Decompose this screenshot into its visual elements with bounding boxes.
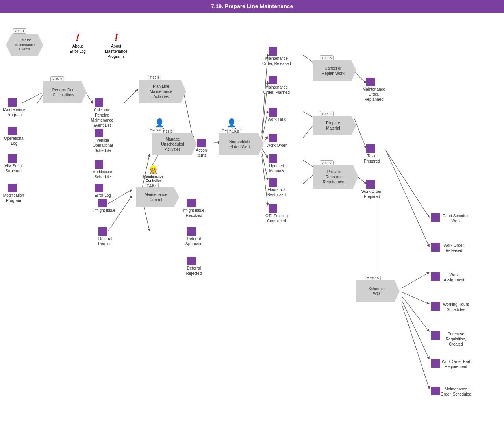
purchase-req-label: Purchase Requisition, Created (440, 331, 472, 347)
inflight-resolved-obj[interactable] (187, 199, 196, 207)
task-prepared-label: Task, Prepared (359, 154, 385, 164)
about-maint-programs-group: ! About Maintenance Programs (100, 31, 132, 59)
deferral-rejected-label: Deferral Rejected (181, 266, 207, 276)
person-icon-1: 👤 (148, 118, 171, 128)
work-order-part-obj[interactable] (431, 359, 440, 368)
bdr-node[interactable]: BDR for Maintenance Events (6, 34, 43, 56)
version-badge-prep-res: 7.19.7 (320, 160, 334, 166)
work-assignment-obj[interactable] (431, 272, 440, 281)
otj-training-obj[interactable] (269, 204, 277, 213)
maint-order-planned-obj[interactable] (269, 76, 277, 84)
exclaim-error-icon: ! (64, 31, 91, 44)
manage-unscheduled[interactable]: Manage Unscheduled Activities (152, 133, 197, 155)
svg-line-28 (402, 296, 429, 331)
purchase-req-obj[interactable] (431, 331, 440, 340)
maintenance-control-label: Maintenance Control (145, 192, 167, 202)
inflight-issue-obj[interactable] (98, 199, 107, 207)
vehicle-op-sched-obj[interactable] (94, 129, 103, 137)
controller-icon: 👷 (141, 165, 166, 174)
work-task-obj[interactable] (269, 108, 277, 117)
maint-order-scheduled-obj[interactable] (431, 387, 440, 395)
updated-manuals-obj[interactable] (269, 154, 277, 163)
work-assignment-label: Work Assignment (440, 272, 468, 283)
svg-line-1 (22, 91, 45, 103)
mod-sched-obj[interactable] (94, 160, 103, 169)
maint-order-replanned-obj[interactable] (366, 78, 375, 86)
deferral-approved-obj[interactable] (187, 227, 196, 236)
updated-manuals-label: Updated Manuals (262, 163, 291, 174)
maint-order-planned-label: Maintenance Order, Planned (262, 85, 291, 95)
plan-line-label: Plan Line Maintenance Activities (150, 84, 172, 99)
maintenance-control[interactable]: Maintenance Control (136, 187, 179, 207)
schedule-wo[interactable]: Schedule WO (356, 280, 400, 302)
work-order-released-label: Work Order, Released (440, 243, 468, 253)
version-badge-perform: 7.19.2 (50, 76, 64, 82)
about-maint-label: About Maintenance Programs (100, 44, 132, 59)
vehicle-op-sched-label: Vehicle Operational Schedule (87, 138, 118, 153)
svg-line-30 (402, 304, 429, 389)
svg-line-4 (183, 89, 193, 139)
version-badge-maint-ctrl: 7.19.4 (145, 183, 159, 188)
gantt-schedule-label: Gantt Schedule Work (440, 213, 472, 224)
version-badge-plan: 7.19.3 (148, 75, 161, 80)
exclaim-maint-icon: ! (100, 31, 132, 44)
gantt-schedule-obj[interactable] (431, 213, 440, 222)
deferral-request-label: Deferral Request (93, 236, 118, 246)
work-order-part-label: Work Order Part Requirement (440, 359, 472, 369)
plan-line-maint[interactable]: Plan Line Maintenance Activities (139, 80, 186, 103)
cancel-replan[interactable]: Cancel or Replan Work (313, 60, 356, 81)
person-icon-2: 👤 (220, 118, 243, 128)
prepare-resource[interactable]: Prepare Resource Requirement (313, 165, 358, 189)
deferral-request-obj[interactable] (98, 227, 107, 236)
prepare-material[interactable]: Prepare Material (313, 116, 356, 135)
version-badge-prep-mat: 7.16.2 (320, 111, 334, 117)
working-hours-obj[interactable] (431, 302, 440, 311)
version-badge-manage: 7.19.5 (161, 129, 174, 134)
prepare-material-label: Prepare Material (326, 120, 340, 131)
modification-program-obj[interactable] (8, 184, 17, 192)
work-order-released-obj[interactable] (431, 243, 440, 252)
maint-order-scheduled-label: Maintenance Order, Scheduled (440, 387, 472, 397)
about-error-log-group: ! About Error Log (64, 31, 91, 54)
work-order-obj[interactable] (269, 134, 277, 142)
working-hours-label: Working Hours Schedules (440, 302, 472, 312)
operational-log-label: Operational Log (2, 136, 26, 146)
work-order-prepared-obj[interactable] (366, 180, 375, 189)
work-order-label: Work Order (262, 143, 291, 148)
prepare-resource-label: Prepare Resource Requirement (323, 169, 345, 185)
maintenance-program-label: Maintenance Program (2, 107, 26, 117)
non-vehicle-work[interactable]: Non-vehicle related Work (219, 133, 264, 155)
deferral-approved-label: Deferral Approved (181, 236, 207, 246)
version-badge-schedule: 7.22.10 (365, 276, 381, 281)
svg-line-3 (124, 89, 138, 103)
action-items-obj[interactable] (197, 139, 206, 147)
deferral-rejected-obj[interactable] (187, 257, 196, 265)
action-items-label: Action Items (191, 148, 212, 158)
about-error-log-label: About Error Log (64, 44, 91, 54)
perform-due-calc-label: Perform Due Calculations (52, 87, 75, 98)
maintenance-controller-label: Maintenance Controller (141, 174, 166, 183)
calc-pending-obj[interactable] (94, 98, 103, 107)
floorstock-label: Floorstock Restocked (262, 187, 291, 197)
error-log-obj[interactable] (94, 184, 103, 192)
maint-order-released-obj[interactable] (269, 47, 277, 56)
calc-pending-label: Calc. and Pending Maintenance Event List (87, 107, 117, 128)
svg-line-18 (354, 119, 366, 148)
perform-due-calc[interactable]: Perform Due Calculations (43, 81, 87, 103)
inflight-issue-label: Inflight Issue (93, 208, 116, 213)
bdr-label: BDR for Maintenance Events (15, 38, 35, 52)
floorstock-obj[interactable] (269, 178, 277, 187)
page-title: 7.19. Prepare Line Maintenance (0, 0, 504, 13)
svg-line-27 (402, 292, 429, 304)
svg-line-26 (402, 272, 429, 288)
mod-sched-label: Modification Schedule (87, 169, 118, 179)
operational-log-obj[interactable] (8, 127, 17, 135)
maintenance-program-obj[interactable] (8, 98, 17, 107)
cancel-replan-label: Cancel or Replan Work (322, 66, 345, 76)
task-prepared-obj[interactable] (366, 144, 375, 153)
non-vehicle-label: Non-vehicle related Work (228, 139, 251, 150)
version-badge-nonveh: 7.19.6 (227, 129, 241, 134)
manage-unscheduled-label: Manage Unscheduled Activities (161, 137, 184, 152)
vim-serial-label: VIM Serial Structure (1, 163, 26, 174)
vim-serial-obj[interactable] (8, 154, 17, 163)
